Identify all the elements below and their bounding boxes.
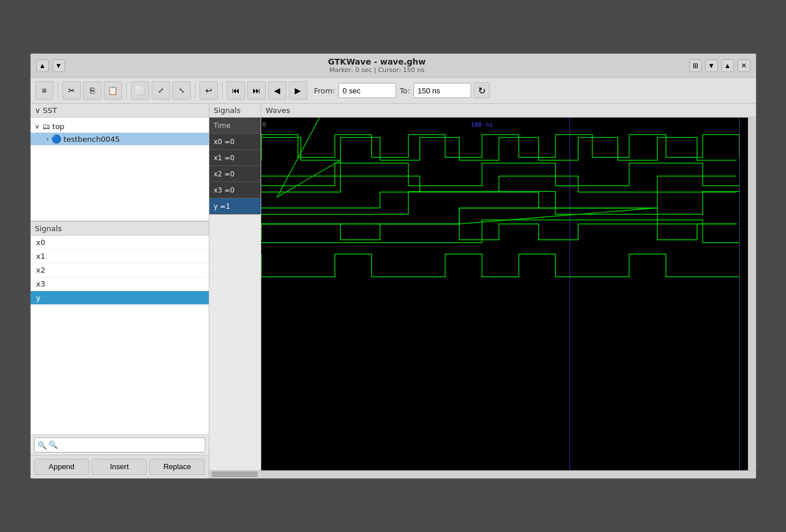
tree-toggle-top[interactable]: ∨ bbox=[35, 123, 40, 130]
window-title: GTKWave - wave.ghw bbox=[65, 57, 689, 66]
toolbar-separator-3 bbox=[195, 82, 195, 99]
sst-collapse-icon[interactable]: ∨ bbox=[35, 106, 43, 115]
to-input[interactable] bbox=[413, 83, 471, 98]
append-button[interactable]: Append bbox=[34, 459, 89, 475]
signals-section: Signals x0 x1 x2 x3 y 🔍 Append Insert bbox=[31, 221, 209, 478]
left-panel: ∨ SST ∨ 🗂 top › 🔵 testbench0045 bbox=[31, 104, 209, 478]
prev-button[interactable]: ◀ bbox=[268, 81, 287, 100]
signal-x1[interactable]: x1 bbox=[31, 250, 209, 263]
wave-row-x1: x1 =0 bbox=[209, 150, 261, 166]
waveform-canvas[interactable]: 100 ns 0 bbox=[261, 118, 748, 470]
zoom-fit-button[interactable]: ⤢ bbox=[152, 81, 170, 100]
titlebar-left-buttons: ▲ ▼ bbox=[36, 59, 65, 72]
restore-button[interactable]: ▲ bbox=[721, 59, 734, 72]
titlebar-right-buttons: ⊞ ▼ ▲ ✕ bbox=[689, 59, 750, 72]
copy-button[interactable]: ⎘ bbox=[83, 81, 101, 100]
wave-row-x0: x0 =0 bbox=[209, 134, 261, 150]
tree-item-top[interactable]: ∨ 🗂 top bbox=[31, 120, 209, 133]
window-subtitle: Marker: 0 sec | Cursor: 150 ns bbox=[65, 66, 689, 74]
last-button[interactable]: ⏭ bbox=[247, 81, 266, 100]
signal-y[interactable]: y bbox=[31, 291, 209, 305]
from-label: From: bbox=[314, 86, 336, 95]
titlebar: ▲ ▼ GTKWave - wave.ghw Marker: 0 sec | C… bbox=[31, 54, 756, 78]
tree-label-top: top bbox=[52, 122, 65, 131]
tree-label-testbench: testbench0045 bbox=[63, 135, 120, 144]
horizontal-scrollbar[interactable] bbox=[209, 470, 756, 478]
toolbar: ≡ ✂ ⎘ 📋 ⬜ ⤢ ⤡ ↩ ⏮ ⏭ ◀ ▶ From: To: ↻ bbox=[31, 78, 756, 104]
main-window: ▲ ▼ GTKWave - wave.ghw Marker: 0 sec | C… bbox=[30, 53, 757, 478]
signals-list[interactable]: x0 x1 x2 x3 y bbox=[31, 236, 209, 434]
titlebar-center: GTKWave - wave.ghw Marker: 0 sec | Curso… bbox=[65, 57, 689, 74]
signal-x2[interactable]: x2 bbox=[31, 263, 209, 277]
signal-labels-col: Time x0 =0 x1 =0 x2 =0 x3 =0 y =1 bbox=[209, 118, 261, 470]
menu-button[interactable]: ≡ bbox=[35, 81, 54, 100]
wave-row-y: y =1 bbox=[209, 198, 261, 214]
first-button[interactable]: ⏮ bbox=[227, 81, 245, 100]
scroll-up-button[interactable]: ▲ bbox=[36, 59, 49, 72]
maximize-button[interactable]: ⊞ bbox=[689, 59, 702, 72]
signal-x3[interactable]: x3 bbox=[31, 277, 209, 291]
scroll-down-button[interactable]: ▼ bbox=[52, 59, 65, 72]
from-input[interactable] bbox=[339, 83, 396, 98]
search-bar: 🔍 bbox=[31, 435, 209, 455]
wave-row-x2: x2 =0 bbox=[209, 166, 261, 182]
insert-button[interactable]: Insert bbox=[92, 459, 147, 475]
wave-row-x3: x3 =0 bbox=[209, 182, 261, 198]
refresh-button[interactable]: ↻ bbox=[473, 82, 490, 99]
search-input[interactable] bbox=[34, 437, 205, 452]
toolbar-separator-1 bbox=[58, 82, 58, 99]
right-panel: Signals Waves Time x0 =0 x1 =0 x2 =0 x3 … bbox=[209, 104, 756, 478]
close-button[interactable]: ✕ bbox=[738, 59, 750, 72]
next-button[interactable]: ▶ bbox=[289, 81, 307, 100]
toolbar-separator-2 bbox=[126, 82, 127, 99]
to-label: To: bbox=[400, 86, 410, 95]
minimize-button[interactable]: ▼ bbox=[705, 59, 718, 72]
replace-button[interactable]: Replace bbox=[149, 459, 205, 475]
sst-tree[interactable]: ∨ 🗂 top › 🔵 testbench0045 bbox=[31, 118, 209, 221]
signals-col-header: Signals bbox=[209, 104, 261, 117]
svg-text:100 ns: 100 ns bbox=[471, 121, 493, 129]
wave-area: Time x0 =0 x1 =0 x2 =0 x3 =0 y =1 100 ns… bbox=[209, 118, 756, 470]
main-area: ∨ SST ∨ 🗂 top › 🔵 testbench0045 bbox=[31, 104, 756, 478]
waveform-svg: 100 ns 0 bbox=[261, 118, 748, 470]
paste-button[interactable]: 📋 bbox=[104, 81, 122, 100]
toolbar-separator-4 bbox=[222, 82, 223, 99]
sst-label: SST bbox=[43, 106, 57, 115]
cut-button[interactable]: ✂ bbox=[62, 81, 81, 100]
component-icon: 🔵 bbox=[51, 134, 61, 144]
tree-toggle-testbench[interactable]: › bbox=[47, 135, 49, 143]
signal-x0[interactable]: x0 bbox=[31, 236, 209, 250]
signals-header: Signals bbox=[31, 222, 209, 236]
search-wrap: 🔍 bbox=[34, 437, 205, 452]
waves-header-row: Signals Waves bbox=[209, 104, 756, 118]
undo-button[interactable]: ↩ bbox=[200, 81, 218, 100]
vertical-scrollbar[interactable] bbox=[748, 118, 756, 470]
waves-col-header: Waves bbox=[261, 104, 756, 117]
bottom-buttons: Append Insert Replace bbox=[31, 455, 209, 478]
svg-text:0: 0 bbox=[262, 121, 265, 129]
tree-item-testbench[interactable]: › 🔵 testbench0045 bbox=[31, 133, 209, 145]
folder-icon: 🗂 bbox=[42, 122, 50, 131]
select-button[interactable]: ⬜ bbox=[131, 81, 149, 100]
sst-header: ∨ SST bbox=[31, 104, 209, 118]
time-range: From: To: bbox=[314, 83, 472, 98]
scrollbar-thumb[interactable] bbox=[212, 471, 258, 477]
svg-rect-0 bbox=[261, 118, 748, 470]
zoom-out-button[interactable]: ⤡ bbox=[172, 81, 191, 100]
wave-row-time: Time bbox=[209, 118, 261, 134]
